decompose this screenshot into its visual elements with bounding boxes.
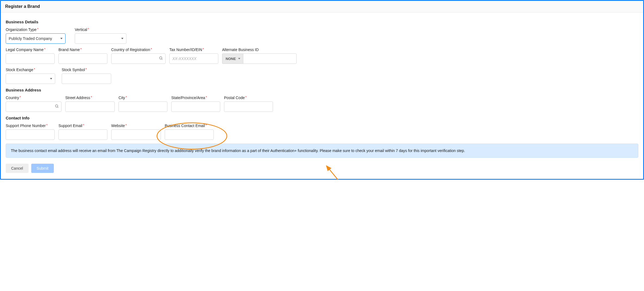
info-text: The business contact email address will … — [11, 148, 633, 153]
brand-name-label: Brand Name* — [58, 48, 107, 52]
tax-label: Tax Number/ID/EIN* — [169, 48, 218, 52]
brand-name-input[interactable] — [58, 53, 107, 64]
form-title: Register a Brand — [5, 4, 639, 9]
support-email-input[interactable] — [58, 129, 107, 140]
caret-down-icon — [121, 38, 123, 39]
city-label: City* — [119, 96, 167, 100]
country-reg-search[interactable] — [111, 53, 166, 64]
search-icon — [159, 56, 163, 61]
alt-id-input[interactable] — [243, 53, 297, 64]
website-input[interactable] — [111, 129, 161, 140]
country-reg-label: Country of Registration* — [111, 48, 166, 52]
country-label: Country* — [6, 96, 61, 100]
stock-symbol-input[interactable] — [62, 74, 111, 84]
vertical-select[interactable] — [75, 33, 126, 44]
street-input[interactable] — [65, 102, 115, 112]
alt-id-label: Alternate Business ID — [222, 48, 293, 52]
caret-down-icon — [60, 38, 63, 39]
form-content: Business Details Organization Type* Publ… — [1, 12, 643, 179]
org-type-select[interactable]: Publicly Traded Company — [6, 33, 66, 44]
stock-symbol-label: Stock Symbol* — [62, 68, 111, 72]
support-phone-label: Support Phone Number* — [6, 124, 55, 128]
city-input[interactable] — [119, 102, 167, 112]
state-label: State/Province/Area* — [171, 96, 220, 100]
search-icon — [55, 104, 59, 109]
svg-line-1 — [161, 59, 162, 59]
org-type-label: Organization Type* — [6, 27, 66, 32]
svg-point-2 — [55, 105, 58, 107]
info-callout: The business contact email address will … — [6, 144, 638, 158]
tax-input[interactable] — [169, 53, 218, 64]
state-input[interactable] — [171, 102, 220, 112]
register-brand-form: Register a Brand Business Details Organi… — [0, 0, 644, 180]
svg-line-3 — [57, 107, 58, 107]
stock-exchange-select[interactable] — [6, 74, 55, 84]
section-business-address: Business Address — [6, 88, 638, 92]
legal-name-input[interactable] — [6, 53, 55, 64]
section-contact-info: Contact Info — [6, 116, 638, 120]
alt-id-type-value: NONE — [226, 57, 236, 61]
website-label: Website* — [111, 124, 161, 128]
postal-label: Postal Code* — [224, 96, 273, 100]
form-header: Register a Brand — [1, 1, 643, 12]
street-label: Street Address* — [65, 96, 115, 100]
legal-name-label: Legal Company Name* — [6, 48, 55, 52]
support-email-label: Support Email* — [58, 124, 107, 128]
biz-email-label: Business Contact Email* — [165, 124, 214, 128]
biz-email-input[interactable] — [165, 129, 214, 140]
country-search[interactable] — [6, 102, 61, 112]
stock-exchange-label: Stock Exchange* — [6, 68, 55, 72]
svg-point-0 — [160, 57, 162, 59]
submit-button[interactable]: Submit — [31, 164, 54, 173]
caret-down-icon — [238, 58, 240, 59]
postal-input[interactable] — [224, 102, 273, 112]
alt-id-type-select[interactable]: NONE — [222, 53, 243, 64]
org-type-value: Publicly Traded Company — [9, 36, 52, 41]
section-business-details: Business Details — [6, 20, 638, 24]
support-phone-input[interactable] — [6, 129, 55, 140]
caret-down-icon — [50, 78, 52, 80]
vertical-label: Vertical* — [75, 27, 126, 32]
cancel-button[interactable]: Cancel — [6, 164, 29, 173]
